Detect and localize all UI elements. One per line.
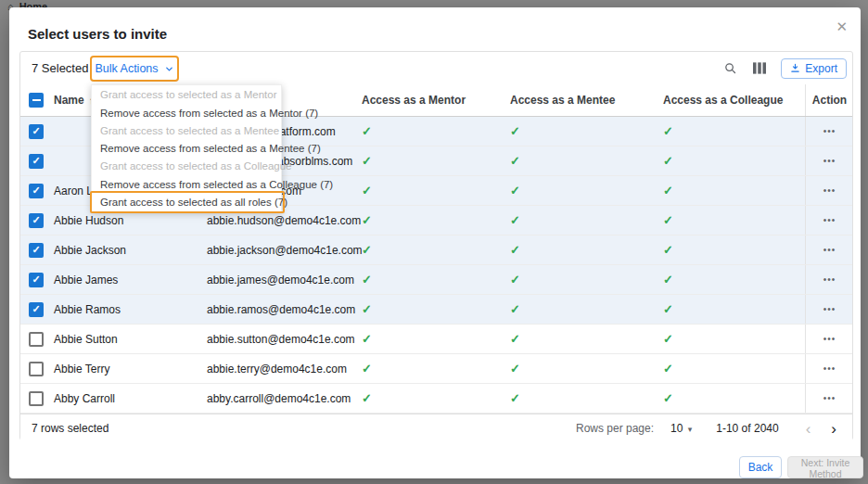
rows-per-page-value: 10	[670, 422, 683, 435]
mentee-check-icon: ✓	[510, 362, 520, 376]
row-actions-button[interactable]: •••	[823, 274, 836, 285]
colleague-check-icon: ✓	[663, 124, 673, 138]
user-email: abbie.sutton@demo4c1e.com	[207, 325, 355, 353]
bulk-menu-item[interactable]: Remove access from selected as a Mentee …	[92, 140, 281, 157]
select-all-checkbox[interactable]	[29, 93, 44, 108]
user-email: abbie.james@demo4c1e.com	[207, 265, 355, 294]
mentor-check-icon: ✓	[362, 302, 372, 316]
mentee-check-icon: ✓	[510, 184, 520, 197]
mentor-check-icon: ✓	[362, 124, 372, 138]
table-row: ✓ Abbie Ramos abbie.ramos@demo4c1e.com ✓…	[20, 295, 852, 325]
table-footer: 7 rows selected Rows per page: 10 ▾ 1-10…	[20, 414, 852, 441]
row-checkbox[interactable]: ✓	[29, 124, 44, 139]
user-email: abby.carroll@demo4c1e.com	[207, 384, 355, 413]
caret-down-icon: ▾	[688, 425, 693, 434]
table-row: Abbie Terry abbie.terry@demo4c1e.com ✓ ✓…	[20, 354, 852, 384]
row-actions-button[interactable]: •••	[823, 156, 836, 166]
next-invite-method-button: Next: Invite Method	[787, 456, 863, 478]
bulk-menu-item: Grant access to selected as a Mentee	[92, 122, 281, 139]
close-icon[interactable]: ✕	[836, 19, 848, 35]
mentee-check-icon: ✓	[510, 124, 520, 138]
page-range-label: 1-10 of 2040	[716, 422, 778, 435]
colleague-check-icon: ✓	[663, 302, 673, 316]
screen: ⌂ Home Select users to invite ✕ 7 Select…	[0, 0, 868, 484]
user-name: Abbie Jackson	[54, 236, 202, 264]
modal-title: Select users to invite	[28, 26, 167, 42]
row-actions-button[interactable]: •••	[823, 334, 836, 344]
invite-users-modal: Select users to invite ✕ 7 Selected Bulk…	[9, 7, 861, 478]
prev-page-button[interactable]: ‹	[799, 421, 818, 437]
table-row: Abbie Sutton abbie.sutton@demo4c1e.com ✓…	[20, 325, 852, 354]
row-actions-button[interactable]: •••	[823, 215, 836, 225]
row-checkbox[interactable]: ✓	[29, 184, 44, 198]
user-name: Abbie Sutton	[54, 325, 202, 353]
column-header-mentee[interactable]: Access as a Mentee	[510, 84, 649, 116]
name-header-label: Name	[54, 94, 84, 107]
bulk-actions-button[interactable]: Bulk Actions	[90, 56, 179, 82]
row-checkbox[interactable]: ✓	[29, 213, 44, 228]
user-name: Abby Carroll	[54, 384, 202, 413]
mentor-check-icon: ✓	[362, 243, 372, 257]
users-table-card: 7 Selected Bulk Actions	[19, 51, 853, 440]
column-header-action: Action	[805, 84, 853, 116]
row-checkbox[interactable]	[29, 332, 44, 347]
search-icon[interactable]	[721, 60, 738, 77]
rows-per-page-select[interactable]: 10 ▾	[670, 422, 692, 435]
download-icon	[790, 63, 800, 73]
table-row: Abby Carroll abby.carroll@demo4c1e.com ✓…	[20, 384, 852, 414]
user-email: abbie.jackson@demo4c1e.com	[207, 236, 355, 264]
row-checkbox[interactable]	[29, 362, 44, 376]
back-button[interactable]: Back	[739, 456, 782, 478]
mentee-check-icon: ✓	[510, 243, 520, 257]
columns-icon[interactable]	[751, 60, 768, 77]
mentor-check-icon: ✓	[362, 273, 372, 287]
table-row: ✓ Abbie James abbie.james@demo4c1e.com ✓…	[20, 265, 852, 295]
row-actions-button[interactable]: •••	[823, 304, 836, 314]
colleague-check-icon: ✓	[663, 273, 673, 287]
rows-selected-label: 7 rows selected	[32, 414, 108, 442]
colleague-check-icon: ✓	[663, 243, 673, 257]
column-header-mentor[interactable]: Access as a Mentor	[362, 84, 501, 116]
colleague-check-icon: ✓	[663, 391, 673, 405]
next-page-button[interactable]: ›	[824, 421, 843, 437]
selected-count-label: 7 Selected	[32, 52, 88, 84]
mentor-check-icon: ✓	[362, 184, 372, 197]
mentee-check-icon: ✓	[510, 302, 520, 316]
chevron-down-icon	[164, 64, 174, 74]
colleague-check-icon: ✓	[663, 154, 673, 168]
colleague-check-icon: ✓	[663, 362, 673, 376]
user-name: Abbie James	[54, 265, 202, 294]
mentor-check-icon: ✓	[362, 391, 372, 405]
bulk-actions-label: Bulk Actions	[95, 62, 158, 75]
bulk-menu-item[interactable]: Remove access from selected as a Colleag…	[92, 176, 281, 193]
mentor-check-icon: ✓	[362, 154, 372, 168]
bulk-menu-item[interactable]: Grant access to selected as all roles (7…	[92, 194, 281, 210]
table-row: ✓ Abbie Jackson abbie.jackson@demo4c1e.c…	[20, 236, 852, 265]
colleague-check-icon: ✓	[663, 184, 673, 197]
pagination: Rows per page: 10 ▾ 1-10 of 2040 ‹ ›	[576, 414, 843, 442]
row-actions-button[interactable]: •••	[823, 126, 836, 136]
mentee-check-icon: ✓	[510, 213, 520, 227]
row-checkbox[interactable]	[29, 391, 44, 406]
user-email: abbie.terry@demo4c1e.com	[207, 354, 355, 383]
bulk-menu-item[interactable]: Remove access from selected as a Mentor …	[92, 105, 281, 121]
row-actions-button[interactable]: •••	[823, 185, 836, 196]
mentor-check-icon: ✓	[362, 213, 372, 227]
row-actions-button[interactable]: •••	[823, 245, 836, 255]
table-toolbar: 7 Selected Bulk Actions	[20, 52, 852, 84]
row-actions-button[interactable]: •••	[823, 393, 836, 403]
row-checkbox[interactable]: ✓	[29, 273, 44, 287]
column-header-colleague[interactable]: Access as a Colleague	[663, 84, 800, 116]
row-checkbox[interactable]: ✓	[29, 154, 44, 169]
bulk-actions-menu: Grant access to selected as a MentorRemo…	[91, 84, 282, 212]
export-button[interactable]: Export	[781, 58, 847, 79]
mentor-check-icon: ✓	[362, 332, 372, 346]
row-actions-button[interactable]: •••	[823, 363, 836, 374]
user-name: Abbie Terry	[54, 354, 202, 383]
row-checkbox[interactable]: ✓	[29, 302, 44, 317]
user-email: abbie.ramos@demo4c1e.com	[207, 295, 355, 324]
row-checkbox[interactable]: ✓	[29, 243, 44, 258]
mentee-check-icon: ✓	[510, 391, 520, 405]
mentee-check-icon: ✓	[510, 154, 520, 168]
mentor-check-icon: ✓	[362, 362, 372, 376]
